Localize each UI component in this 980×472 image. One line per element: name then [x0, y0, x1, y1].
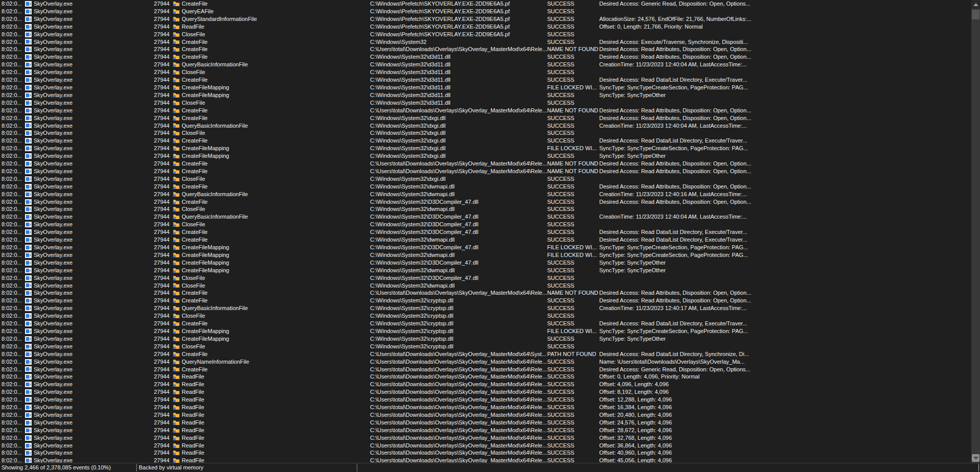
event-row[interactable]: 8:02:0... SkyOverlay.exe 27944: [0, 396, 971, 404]
event-path: C:\Windows\System32\cryptsp.dll: [368, 335, 547, 343]
event-row[interactable]: 8:02:0... SkyOverlay.exe 27944: [0, 129, 971, 137]
event-result: SUCCESS: [547, 191, 598, 198]
event-row[interactable]: 8:02:0... SkyOverlay.exe 27944: [0, 84, 971, 91]
process-cell: SkyOverlay.exe: [25, 427, 137, 434]
event-row[interactable]: 8:02:0... SkyOverlay.exe 27944: [0, 373, 971, 381]
event-row[interactable]: 8:02:0... SkyOverlay.exe 27944: [0, 23, 971, 31]
event-row[interactable]: 8:02:0... SkyOverlay.exe 27944: [0, 419, 971, 427]
filesystem-operation-icon: [173, 259, 180, 266]
event-row[interactable]: 8:02:0... SkyOverlay.exe 27944: [0, 259, 971, 267]
event-row[interactable]: 8:02:0... SkyOverlay.exe 27944: [0, 274, 971, 282]
event-row[interactable]: 8:02:0... SkyOverlay.exe 27944: [0, 15, 971, 23]
process-icon: [25, 130, 32, 136]
event-pid: 27944: [137, 91, 169, 99]
scroll-down-button[interactable]: [972, 454, 979, 462]
event-path: C:\Windows\System32\cryptsp.dll: [368, 343, 547, 350]
event-row[interactable]: 8:02:0... SkyOverlay.exe 27944: [0, 244, 971, 251]
event-row[interactable]: 8:02:0... SkyOverlay.exe 27944: [0, 282, 971, 290]
event-row[interactable]: 8:02:0... SkyOverlay.exe 27944: [0, 350, 971, 358]
event-row[interactable]: 8:02:0... SkyOverlay.exe 27944: [0, 404, 971, 411]
vertical-scrollbar[interactable]: [971, 0, 980, 463]
process-name: SkyOverlay.exe: [34, 198, 72, 206]
process-name: SkyOverlay.exe: [34, 449, 72, 457]
event-row[interactable]: 8:02:0... SkyOverlay.exe 27944: [0, 221, 971, 228]
status-divider: [136, 464, 137, 471]
event-row[interactable]: 8:02:0... SkyOverlay.exe 27944: [0, 449, 971, 457]
event-row[interactable]: 8:02:0... SkyOverlay.exe 27944: [0, 388, 971, 396]
event-row[interactable]: 8:02:0... SkyOverlay.exe 27944: [0, 31, 971, 38]
event-row[interactable]: 8:02:0... SkyOverlay.exe 27944: [0, 381, 971, 388]
event-row[interactable]: 8:02:0... SkyOverlay.exe 27944: [0, 152, 971, 160]
event-row[interactable]: 8:02:0... SkyOverlay.exe 27944: [0, 160, 971, 168]
scroll-up-button[interactable]: [971, 0, 980, 9]
event-row[interactable]: 8:02:0... SkyOverlay.exe 27944: [0, 114, 971, 122]
scrollbar-thumb[interactable]: [972, 10, 979, 19]
event-pid: 27944: [137, 449, 169, 457]
event-row[interactable]: 8:02:0... SkyOverlay.exe 27944: [0, 320, 971, 327]
event-detail: SyncType: SyncTypeCreateSection, PagePro…: [598, 244, 971, 251]
event-row[interactable]: 8:02:0... SkyOverlay.exe 27944: [0, 327, 971, 335]
event-row[interactable]: 8:02:0... SkyOverlay.exe 27944: [0, 228, 971, 236]
process-icon: [25, 396, 32, 403]
event-row[interactable]: 8:02:0... SkyOverlay.exe 27944: [0, 168, 971, 175]
event-row[interactable]: 8:02:0... SkyOverlay.exe 27944: [0, 312, 971, 320]
event-row[interactable]: 8:02:0... SkyOverlay.exe 27944: [0, 0, 971, 8]
event-row[interactable]: 8:02:0... SkyOverlay.exe 27944: [0, 183, 971, 191]
filesystem-operation-icon: [173, 320, 180, 327]
operation-name: ReadFile: [182, 411, 204, 419]
event-pid: 27944: [137, 304, 169, 312]
event-row[interactable]: 8:02:0... SkyOverlay.exe 27944: [0, 411, 971, 419]
event-row[interactable]: 8:02:0... SkyOverlay.exe 27944: [0, 191, 971, 198]
event-row[interactable]: 8:02:0... SkyOverlay.exe 27944: [0, 442, 971, 450]
operation-name: QueryBasicInformationFile: [182, 191, 248, 198]
event-row[interactable]: 8:02:0... SkyOverlay.exe 27944: [0, 434, 971, 442]
event-row[interactable]: 8:02:0... SkyOverlay.exe 27944: [0, 68, 971, 76]
event-time: 8:02:0...: [0, 274, 25, 282]
event-row[interactable]: 8:02:0... SkyOverlay.exe 27944: [0, 122, 971, 130]
event-path: C:\Users\total\Downloads\Overlays\SkyOve…: [368, 419, 547, 427]
filesystem-operation-icon: [173, 107, 180, 114]
event-row[interactable]: 8:02:0... SkyOverlay.exe 27944: [0, 457, 971, 463]
event-row[interactable]: 8:02:0... SkyOverlay.exe 27944: [0, 297, 971, 304]
event-row[interactable]: 8:02:0... SkyOverlay.exe 27944: [0, 236, 971, 244]
event-pid: 27944: [137, 76, 169, 84]
operation-cell: CloseFile: [169, 68, 368, 76]
event-row[interactable]: 8:02:0... SkyOverlay.exe 27944: [0, 175, 971, 183]
process-icon: [25, 252, 32, 258]
event-row[interactable]: 8:02:0... SkyOverlay.exe 27944: [0, 427, 971, 434]
event-row[interactable]: 8:02:0... SkyOverlay.exe 27944: [0, 343, 971, 350]
event-row[interactable]: 8:02:0... SkyOverlay.exe 27944: [0, 358, 971, 366]
event-row[interactable]: 8:02:0... SkyOverlay.exe 27944: [0, 198, 971, 206]
event-path: C:\Windows\System32\dwmapi.dll: [368, 205, 547, 213]
event-row[interactable]: 8:02:0... SkyOverlay.exe 27944: [0, 251, 971, 259]
process-cell: SkyOverlay.exe: [25, 76, 137, 84]
process-icon: [25, 145, 32, 152]
event-row[interactable]: 8:02:0... SkyOverlay.exe 27944: [0, 91, 971, 99]
event-row[interactable]: 8:02:0... SkyOverlay.exe 27944: [0, 61, 971, 68]
event-row[interactable]: 8:02:0... SkyOverlay.exe 27944: [0, 76, 971, 84]
event-result: SUCCESS: [547, 411, 598, 419]
event-pid: 27944: [137, 251, 169, 259]
event-row[interactable]: 8:02:0... SkyOverlay.exe 27944: [0, 335, 971, 343]
event-row[interactable]: 8:02:0... SkyOverlay.exe 27944: [0, 107, 971, 114]
event-row[interactable]: 8:02:0... SkyOverlay.exe 27944: [0, 267, 971, 274]
event-row[interactable]: 8:02:0... SkyOverlay.exe 27944: [0, 366, 971, 373]
event-row[interactable]: 8:02:0... SkyOverlay.exe 27944: [0, 45, 971, 53]
event-row[interactable]: 8:02:0... SkyOverlay.exe 27944: [0, 289, 971, 297]
event-row[interactable]: 8:02:0... SkyOverlay.exe 27944: [0, 8, 971, 15]
process-name: SkyOverlay.exe: [34, 411, 72, 419]
event-result: SUCCESS: [547, 381, 598, 388]
event-row[interactable]: 8:02:0... SkyOverlay.exe 27944: [0, 145, 971, 152]
event-row[interactable]: 8:02:0... SkyOverlay.exe 27944: [0, 213, 971, 221]
event-list: 8:02:0... SkyOverlay.exe 27944: [0, 0, 971, 463]
event-row[interactable]: 8:02:0... SkyOverlay.exe 27944: [0, 137, 971, 145]
event-row[interactable]: 8:02:0... SkyOverlay.exe 27944: [0, 38, 971, 46]
event-row[interactable]: 8:02:0... SkyOverlay.exe 27944: [0, 99, 971, 107]
event-time: 8:02:0...: [0, 191, 25, 198]
process-name: SkyOverlay.exe: [34, 152, 72, 160]
event-row[interactable]: 8:02:0... SkyOverlay.exe 27944: [0, 205, 971, 213]
process-icon: [25, 38, 32, 45]
event-row[interactable]: 8:02:0... SkyOverlay.exe 27944: [0, 304, 971, 312]
event-row[interactable]: 8:02:0... SkyOverlay.exe 27944: [0, 53, 971, 61]
process-cell: SkyOverlay.exe: [25, 152, 137, 160]
